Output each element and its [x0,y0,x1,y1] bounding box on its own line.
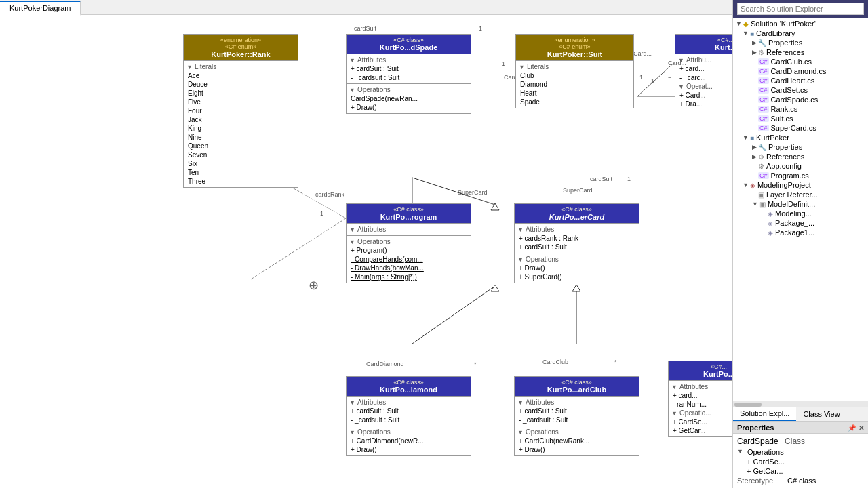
carddiamond-cs-label: CardDiamond.cs [771,67,827,75]
modeldefin-node[interactable]: ▼ ▣ ModelDefinit... [733,199,868,209]
solution-node[interactable]: ▼ ◆ Solution 'KurtPoker' [733,19,868,28]
rank-cs-node[interactable]: ▶ C# Rank.cs [733,104,868,114]
partial-bottom-attr2: - ranNum... [671,400,732,409]
modeling-project-node[interactable]: ▼ ◈ ModelingProject [733,180,868,190]
uml-box-rank[interactable]: «enumeration» «C# enum» KurtPoker::Rank … [183,34,298,188]
search-input[interactable] [737,3,864,15]
tree-scrollbar-thumb[interactable] [734,403,762,407]
properties-close-btn[interactable]: ✕ [859,424,864,432]
references-expand[interactable]: ▶ [752,49,757,56]
supercard-cs-node[interactable]: ▶ C# SuperCard.cs [733,123,868,133]
package1-icon: ◈ [768,220,773,227]
properties-expand[interactable]: ▶ [752,39,757,46]
carddiamond-operations-section: ▼ Operations + CardDiamond(newR... + Dra… [347,426,471,455]
modeldefin-expand[interactable]: ▼ [752,201,758,207]
cardlibrary-node[interactable]: ▼ ■ CardLibrary [733,28,868,38]
properties-pin-btn[interactable]: 📌 [848,424,856,432]
properties-section: Properties 📌 ✕ CardSpade Class ▼ Operati… [733,422,868,488]
supercard-stereotype: «C# class» [549,206,604,213]
suit-club: Club [519,71,631,80]
cardset-cs-node[interactable]: ▶ C# CardSet.cs [733,85,868,95]
cardclub-operations-section: ▼ Operations + CardClub(newRank... + Dra… [515,426,639,455]
cardclub-op2: + Draw() [517,445,636,454]
properties-label: Properties [768,39,802,47]
uml-header-supercard: «C# class» KurtPo...erCard ⊞ [515,204,639,223]
uml-box-cardclub[interactable]: «C# class» KurtPo...ardClub ⊞ ▼ Attribut… [514,376,639,456]
program-attr-label: Attributes [357,226,386,233]
uml-header-carddiamond: «C# class» KurtPo...iamond ⊞ [347,377,471,396]
properties-node[interactable]: ▶ 🔧 Properties [733,38,868,47]
supercard-attributes-header[interactable]: ▼ Attributes [517,225,636,234]
uml-header-cardspade: «C# class» KurtPo...dSpade ⊞ [347,35,471,54]
cardlibrary-expand[interactable]: ▼ [743,30,749,37]
supercard-operations-header[interactable]: ▼ Operations [517,255,636,264]
cardclub-attributes-header[interactable]: ▼ Attributes [517,398,636,407]
layer-ref-node[interactable]: ▶ ▣ Layer Referer... [733,190,868,199]
cardspade-operations-header[interactable]: ▼ Operations [349,85,468,94]
diagram-tab[interactable]: KurtPokerDiagram [0,1,81,16]
cardlibrary-label: CardLibrary [756,29,795,37]
kp-properties-expand[interactable]: ▶ [752,144,757,150]
svg-text:cardsRank: cardsRank [315,191,345,198]
modeling-project-expand[interactable]: ▼ [743,182,749,188]
uml-box-supercard[interactable]: «C# class» KurtPo...erCard ⊞ ▼ Attribute… [514,203,639,283]
package1-node[interactable]: ▶ ◈ Package_... [733,218,868,228]
cardclub-cs-node[interactable]: ▶ C# CardClub.cs [733,57,868,66]
cardspade-cs-node[interactable]: ▶ C# CardSpade.cs [733,95,868,104]
cardspade-attributes-header[interactable]: ▼ Attributes [349,56,468,64]
references-node[interactable]: ▶ ⚙ References [733,47,868,57]
rank-four: Four [186,106,295,115]
cardssuit-mult1: 1 [479,25,482,32]
package2-node[interactable]: ▶ ◈ Package1... [733,228,868,237]
class-view-tab[interactable]: Class View [796,407,846,421]
right-panel: ▼ ◆ Solution 'KurtPoker' ▼ ■ CardLibrary… [732,0,868,488]
cardclub-operations-header[interactable]: ▼ Operations [517,428,636,436]
suit-literals-header[interactable]: ▼ Literals [519,62,631,71]
cardheart-cs-node[interactable]: ▶ C# CardHeart.cs [733,76,868,85]
uml-box-cardspade[interactable]: «C# class» KurtPo...dSpade ⊞ ▼ Attribute… [346,34,471,114]
uml-box-suit[interactable]: «enumeration» «C# enum» KurtPoker::Suit … [515,34,634,108]
program-cs-node[interactable]: ▶ C# Program.cs [733,171,868,180]
cardspade-classname: KurtPo...dSpade [380,43,438,52]
props-ops-expand[interactable]: ▼ [737,448,743,456]
carddiamond-attributes-header[interactable]: ▼ Attributes [349,398,468,407]
partial-op2: + Dra... [678,100,732,108]
modeldefin-label: ModelDefinit... [768,200,815,208]
carddiamond-cs-node[interactable]: ▶ C# CardDiamond.cs [733,66,868,76]
program-op2: - CompareHands(com... [349,255,468,264]
carddiamond-operations-header[interactable]: ▼ Operations [349,428,468,436]
solution-explorer-tab[interactable]: Solution Expl... [733,407,796,421]
references-icon: ⚙ [758,49,764,56]
tree-scrollbar[interactable] [733,401,868,407]
program-op1: + Program() [349,246,468,255]
uml-box-program[interactable]: «C# class» KurtPo...rogram ⊞ ▼ Attribute… [346,203,471,283]
rank-literals-header[interactable]: ▼ Literals [186,62,295,71]
rank-stereotype2: «C# enum» [211,43,270,50]
svg-text:SuperCard: SuperCard [563,187,593,194]
suit-literals-section: ▼ Literals Club Diamond Heart Spade [516,60,633,108]
properties-subject-name: CardSpade [737,436,778,446]
search-bar [733,0,868,18]
program-operations-header[interactable]: ▼ Operations [349,237,468,246]
modeldefin-icon: ▣ [760,201,766,208]
carddiamond-ops-expand: ▼ [349,429,355,436]
carddiamond-attr1: + cardSuit : Suit [349,407,468,415]
appconfig-node[interactable]: ▶ ⚙ App.config [733,161,868,171]
rank-five: Five [186,98,295,106]
kp-properties-node[interactable]: ▶ 🔧 Properties [733,142,868,152]
kp-references-node[interactable]: ▶ ⚙ References [733,152,868,161]
suit-cs-node[interactable]: ▶ C# Suit.cs [733,114,868,123]
kp-references-expand[interactable]: ▶ [752,153,757,160]
partial-bottom-expand: ▼ [671,384,677,390]
kurtpoker-expand[interactable]: ▼ [743,134,749,141]
modeling-node[interactable]: ▶ ◈ Modeling... [733,209,868,218]
package1-label: Package_... [775,219,814,227]
solution-expand[interactable]: ▼ [736,20,742,27]
carddiamond-attr2: - _cardsuit : Suit [349,415,468,424]
cardspade-attr-label: Attributes [357,56,386,64]
properties-title: Properties [737,424,774,432]
kurtpoker-node[interactable]: ▼ ■ KurtPoker [733,133,868,142]
uml-box-carddiamond[interactable]: «C# class» KurtPo...iamond ⊞ ▼ Attribute… [346,376,471,456]
program-attributes-header[interactable]: ▼ Attributes [349,225,468,234]
partial-bottom-ops-label: Operatio... [679,409,711,417]
